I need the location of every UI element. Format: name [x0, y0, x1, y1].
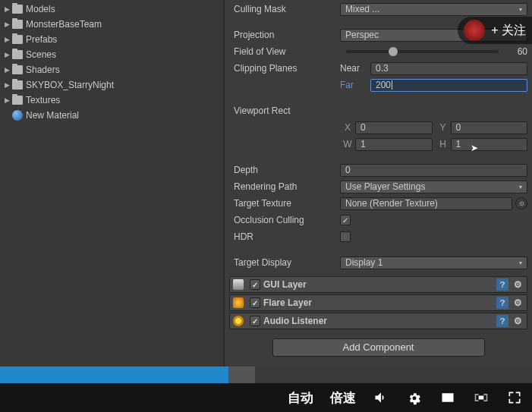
material-icon [12, 110, 23, 121]
hdr-label: HDR [229, 231, 340, 242]
tree-item-prefabs[interactable]: ▶ Prefabs [0, 32, 223, 47]
chevron-down-icon: ▾ [519, 6, 522, 13]
expand-arrow-icon: ▶ [5, 5, 12, 13]
add-component-button[interactable]: Add Component [272, 338, 485, 357]
far-label: Far [340, 80, 370, 90]
fov-label: Field of View [229, 46, 340, 57]
y-label: Y [436, 122, 451, 133]
help-icon[interactable]: ? [496, 297, 508, 309]
audio-icon [233, 316, 244, 326]
occlusion-checkbox[interactable]: ✓ [340, 215, 351, 225]
viewport-x-field[interactable]: 0 [355, 121, 433, 134]
component-gui-layer[interactable]: ✓ GUI Layer ? ⚙ [229, 276, 527, 293]
avatar [464, 20, 485, 41]
tree-item-textures[interactable]: ▶ Textures [0, 93, 223, 108]
culling-mask-dropdown[interactable]: Mixed ...▾ [340, 3, 527, 16]
w-label: W [340, 139, 355, 149]
speed-button[interactable]: 倍速 [330, 389, 356, 407]
rendering-path-label: Rendering Path [229, 181, 340, 192]
tree-item-label: Scenes [26, 49, 56, 60]
tree-item-scenes[interactable]: ▶ Scenes [0, 47, 223, 62]
expand-arrow-icon: ▶ [5, 20, 12, 28]
expand-arrow-icon: ▶ [5, 81, 12, 89]
slider-thumb[interactable] [389, 47, 398, 56]
component-enable-checkbox[interactable]: ✓ [250, 279, 260, 290]
folder-icon [12, 35, 23, 44]
progress-strip[interactable] [0, 366, 532, 383]
object-picker-icon[interactable]: ⊙ [515, 197, 527, 209]
tree-item-label: New Material [26, 110, 79, 121]
viewport-y-field[interactable]: 0 [451, 121, 528, 134]
expand-arrow-icon: ▶ [5, 66, 12, 74]
x-label: X [340, 122, 355, 133]
follow-badge[interactable]: + 关注 [458, 17, 532, 44]
near-label: Near [340, 63, 370, 74]
folder-icon [12, 50, 23, 59]
fov-slider[interactable] [346, 50, 499, 53]
expand-arrow-icon: ▶ [5, 51, 12, 58]
follow-label: + 关注 [491, 23, 526, 39]
tree-item-label: Textures [26, 95, 60, 105]
tree-item-monsterbaseteam[interactable]: ▶ MonsterBaseTeam [0, 17, 223, 32]
volume-icon[interactable] [373, 389, 389, 406]
tree-item-models[interactable]: ▶ Models [0, 2, 223, 17]
component-flare-layer[interactable]: ✓ Flare Layer ? ⚙ [229, 294, 527, 311]
folder-icon [12, 5, 23, 14]
fov-value: 60 [505, 46, 527, 57]
component-title: Flare Layer [263, 297, 312, 308]
culling-mask-label: Culling Mask [229, 4, 340, 14]
tree-item-shaders[interactable]: ▶ Shaders [0, 62, 223, 77]
tree-item-label: Shaders [26, 64, 60, 75]
h-label: H [436, 139, 451, 149]
component-title: GUI Layer [263, 279, 307, 290]
inspector-panel: Culling Mask Mixed ...▾ Projection Persp… [225, 0, 532, 379]
fullscreen-icon[interactable] [506, 389, 523, 406]
widescreen-icon[interactable] [473, 389, 490, 406]
viewport-label: Viewport Rect [229, 105, 340, 116]
target-display-label: Target Display [229, 257, 340, 268]
viewport-h-field[interactable]: 1 [451, 138, 528, 151]
target-texture-field[interactable]: None (Render Texture) [340, 197, 512, 210]
target-display-dropdown[interactable]: Display 1▾ [340, 256, 527, 269]
near-field[interactable]: 0.3 [370, 62, 527, 75]
tree-item-label: SKYBOX_StarryNight [26, 80, 114, 90]
tree-item-label: Models [26, 4, 55, 14]
tree-item-label: MonsterBaseTeam [26, 19, 102, 30]
hdr-checkbox[interactable] [340, 231, 351, 242]
help-icon[interactable]: ? [496, 315, 508, 327]
rendering-path-dropdown[interactable]: Use Player Settings▾ [340, 181, 527, 193]
gear-icon[interactable]: ⚙ [512, 297, 524, 309]
component-enable-checkbox[interactable]: ✓ [250, 316, 260, 326]
far-field[interactable]: 200 [370, 79, 527, 92]
help-icon[interactable]: ? [496, 278, 508, 291]
component-enable-checkbox[interactable]: ✓ [250, 297, 260, 308]
layer-icon [233, 279, 244, 290]
flare-icon [233, 297, 244, 308]
folder-icon [12, 80, 23, 90]
project-tree: ▶ Models ▶ MonsterBaseTeam ▶ Prefabs ▶ S… [0, 0, 225, 379]
expand-arrow-icon: ▶ [5, 36, 12, 43]
occlusion-label: Occlusion Culling [229, 215, 340, 225]
folder-icon [12, 20, 23, 29]
expand-arrow-icon: ▶ [5, 96, 12, 104]
chevron-down-icon: ▾ [519, 259, 522, 266]
viewport-w-field[interactable]: 1 [355, 138, 433, 151]
component-title: Audio Listener [263, 316, 327, 326]
quality-button[interactable]: 自动 [288, 389, 313, 407]
video-control-bar: 自动 倍速 [0, 383, 532, 412]
projection-label: Projection [229, 30, 340, 40]
gear-icon[interactable]: ⚙ [512, 315, 524, 327]
gear-icon[interactable]: ⚙ [512, 278, 524, 291]
folder-icon [12, 65, 23, 74]
target-texture-label: Target Texture [229, 198, 340, 209]
component-audio-listener[interactable]: ✓ Audio Listener ? ⚙ [229, 313, 527, 329]
tree-item-new-material[interactable]: New Material [0, 108, 223, 123]
folder-icon [12, 96, 23, 105]
settings-gear-icon[interactable] [406, 389, 423, 406]
tree-item-label: Prefabs [26, 34, 57, 45]
depth-field[interactable]: 0 [340, 164, 527, 177]
pip-icon[interactable] [439, 389, 456, 406]
clipping-label: Clipping Planes [229, 63, 340, 74]
tree-item-skybox[interactable]: ▶ SKYBOX_StarryNight [0, 77, 223, 93]
depth-label: Depth [229, 165, 340, 175]
